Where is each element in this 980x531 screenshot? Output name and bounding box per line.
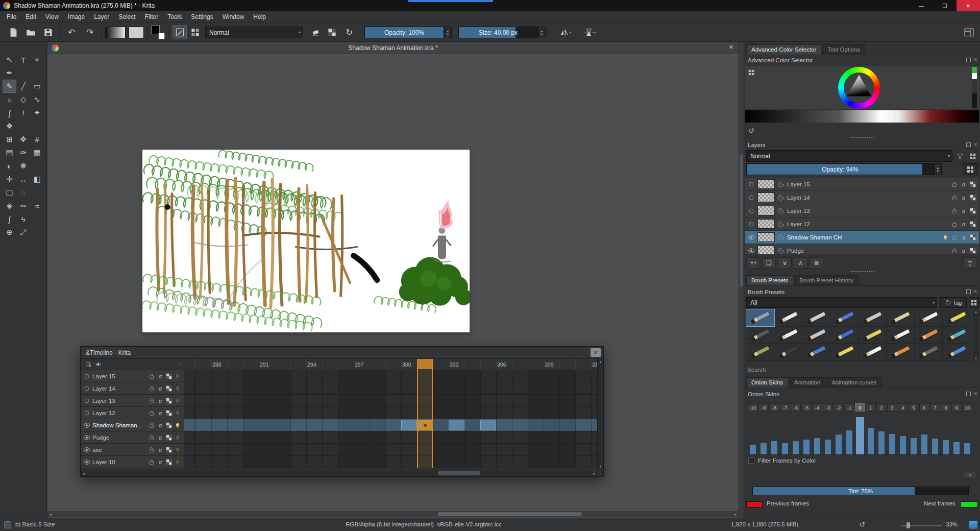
onion-opacity-slot[interactable] — [769, 414, 779, 454]
brush-preset[interactable] — [887, 344, 915, 360]
timeline-audio-icon[interactable] — [95, 361, 102, 368]
scroll-left-icon[interactable]: ◂ — [47, 511, 54, 517]
onion-opacity-slot[interactable] — [876, 414, 887, 454]
menu-image[interactable]: Image — [63, 12, 89, 21]
inherit-alpha-icon[interactable] — [165, 373, 173, 380]
brush-preset[interactable] — [802, 344, 830, 360]
onion-offset-button[interactable]: 8 — [941, 403, 951, 412]
timeline-track[interactable] — [184, 395, 597, 407]
timeline-close-button[interactable]: ✕ — [591, 348, 601, 357]
brush-preset[interactable] — [915, 327, 943, 344]
layer-visibility-icon[interactable] — [748, 181, 755, 188]
timeline-settings-icon[interactable] — [85, 361, 92, 368]
lock-icon[interactable] — [148, 446, 155, 453]
brush-preset[interactable] — [943, 309, 971, 326]
onion-opacity-slot[interactable] — [898, 414, 908, 454]
brush-size-slider[interactable]: Size: 40.00 px — [458, 27, 538, 38]
menu-settings[interactable]: Settings — [186, 12, 217, 21]
menu-view[interactable]: View — [41, 12, 63, 21]
onion-offset-button[interactable]: 1 — [866, 403, 876, 412]
alpha-icon[interactable]: α — [960, 207, 967, 214]
reload-preset-button[interactable]: ↻ — [342, 25, 356, 39]
layer-visibility-icon[interactable] — [748, 221, 755, 228]
layer-visibility-icon[interactable] — [83, 434, 90, 441]
background-color-swatch[interactable] — [158, 33, 165, 39]
opacity-slider[interactable]: Opacity: 100% — [364, 27, 444, 38]
color-triangle[interactable] — [844, 73, 874, 103]
onion-opacity-bar[interactable] — [750, 445, 756, 454]
onion-opacity-bar[interactable] — [878, 431, 885, 454]
lock-icon[interactable] — [148, 409, 155, 417]
onion-skin-icon[interactable] — [174, 373, 181, 380]
magnetic-selection-tool[interactable]: ϟ — [16, 212, 30, 226]
splitter-handle[interactable] — [850, 271, 874, 272]
inherit-alpha-icon[interactable] — [165, 446, 173, 453]
timeline-selected-keyframe[interactable] — [417, 420, 433, 430]
menu-edit[interactable]: Edit — [21, 12, 41, 21]
onion-opacity-slot[interactable] — [801, 414, 812, 454]
onion-opacity-bar[interactable] — [911, 438, 917, 454]
move-layer-down-button[interactable]: ∨ — [778, 257, 792, 269]
scrollbar-thumb[interactable] — [438, 471, 480, 475]
rectangular-selection-tool[interactable]: ▢ — [3, 186, 16, 199]
onion-skin-icon[interactable] — [174, 409, 181, 417]
layer-filter-button[interactable] — [954, 150, 965, 162]
timeline-layer-row[interactable]: Pudgeα — [81, 431, 597, 444]
lock-icon[interactable] — [951, 221, 958, 228]
bezier-curve-tool[interactable]: ∫ — [3, 106, 16, 119]
selector-settings-icon[interactable] — [748, 69, 755, 76]
smart-patch-tool[interactable]: ❋ — [16, 159, 30, 173]
timeline-keyframe[interactable] — [401, 420, 417, 430]
scroll-up-icon[interactable]: ▴ — [975, 310, 977, 314]
onion-skin-icon[interactable] — [174, 458, 181, 466]
menu-select[interactable]: Select — [114, 12, 140, 21]
scroll-up-icon[interactable]: ▴ — [600, 360, 602, 364]
onion-opacity-slot[interactable] — [823, 414, 833, 454]
onion-opacity-slot[interactable] — [951, 414, 962, 454]
scroll-left-icon[interactable]: ◂ — [81, 470, 87, 476]
onion-offset-button[interactable]: -1 — [844, 403, 854, 412]
onion-offset-button[interactable]: 3 — [887, 403, 897, 412]
menu-layer[interactable]: Layer — [89, 12, 114, 21]
history-swatch[interactable] — [972, 79, 977, 93]
gradient-chooser[interactable] — [105, 27, 126, 38]
onion-opacity-bar[interactable] — [771, 441, 777, 454]
lock-icon[interactable] — [148, 397, 155, 404]
tab-brush-preset-history[interactable]: Brush Preset History — [794, 275, 858, 285]
history-swatch[interactable] — [972, 67, 977, 73]
tab-animation[interactable]: Animation — [789, 377, 825, 388]
layer-panel-options-button[interactable] — [963, 163, 978, 175]
brush-preset[interactable] — [774, 344, 802, 360]
filter-frames-checkbox[interactable] — [748, 457, 754, 464]
layer-visibility-icon[interactable] — [748, 207, 755, 214]
scroll-down-icon[interactable]: ▾ — [975, 356, 977, 360]
brush-preset[interactable] — [859, 344, 887, 360]
brush-preset[interactable] — [915, 344, 943, 360]
onion-opacity-slot[interactable] — [758, 414, 769, 454]
canvas[interactable] — [142, 150, 470, 332]
alpha-icon[interactable]: α — [157, 422, 164, 429]
tab-animation-curves[interactable]: Animation curves — [826, 377, 881, 388]
onion-opacity-bar[interactable] — [943, 440, 949, 454]
brush-preset[interactable] — [774, 309, 802, 326]
brush-size-spinner[interactable]: ▴▾ — [538, 27, 546, 38]
polygonal-selection-tool[interactable]: ◈ — [3, 199, 16, 212]
elliptical-selection-tool[interactable]: ◌ — [16, 186, 30, 199]
onion-offset-button[interactable]: 10 — [962, 403, 972, 412]
onion-offset-button[interactable]: -6 — [791, 403, 801, 412]
timeline-vertical-scrollbar[interactable]: ▴ ▾ — [597, 359, 603, 470]
alpha-icon[interactable]: α — [157, 385, 164, 392]
onion-opacity-bar[interactable] — [921, 435, 927, 454]
layer-row[interactable]: Shadow Shaman CHα — [745, 231, 979, 244]
inherit-alpha-icon[interactable] — [165, 409, 173, 417]
crop-tool[interactable]: # — [30, 133, 44, 146]
menu-filter[interactable]: Filter — [140, 12, 163, 21]
float-docker-icon[interactable] — [966, 142, 971, 147]
transform-tool[interactable]: ⊞ — [3, 133, 16, 146]
timeline-track[interactable] — [184, 407, 597, 419]
layer-visibility-icon[interactable] — [83, 397, 90, 404]
fill-tool[interactable]: ◧ — [30, 173, 44, 186]
pattern-chooser[interactable] — [129, 27, 144, 38]
rectangle-tool[interactable]: ▭ — [30, 80, 44, 93]
next-frames-color-swatch[interactable] — [961, 501, 978, 508]
